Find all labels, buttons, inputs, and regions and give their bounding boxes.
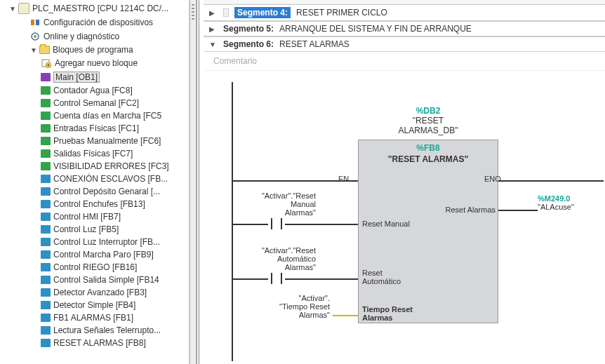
tree-block-item[interactable]: Pruebas Manualmente [FC6] [0, 135, 189, 147]
pin-in3a: Tiempo Reset [362, 305, 432, 314]
tree-block-item[interactable]: Control Depósito Genaral [... [0, 185, 189, 198]
db-address: %DB2 [358, 106, 498, 116]
pin-in2a: Reset [362, 269, 425, 277]
fc-block-icon [41, 112, 51, 120]
tree-block-item[interactable]: Control Luz Interruptor [FB... [0, 236, 189, 248]
fb-block-icon [41, 238, 51, 246]
editor-panel: ▶ Segmento 4: RESET PRIMER CICLO ▶ Segme… [204, 0, 605, 364]
chevron-right-icon[interactable]: ▶ [209, 25, 218, 33]
tree-block-item[interactable]: FB1 ALARMAS [FB1] [0, 311, 189, 324]
chevron-down-icon[interactable]: ▼ [29, 46, 38, 54]
pin-in1: Reset Manual [362, 220, 425, 228]
tree-block-item[interactable]: Detector Simple [FB4] [0, 299, 189, 311]
fb-block-icon [41, 225, 51, 234]
tree-block-label: Control Depósito Genaral [... [53, 187, 160, 196]
wire-en [233, 180, 358, 182]
cpu-icon [18, 3, 29, 14]
chevron-right-icon[interactable]: ▶ [209, 9, 218, 17]
tree-block-item[interactable]: VISIBILIDAD ERRORES [FC3] [0, 160, 189, 173]
tag-in3-l2: "Tiempo Reset [260, 302, 330, 311]
tree-device-config[interactable]: Configuración de dispositivos [0, 15, 189, 29]
fc-block-icon [41, 162, 51, 170]
tree-block-item[interactable]: Salidas Físicas [FC7] [0, 147, 189, 160]
tree-block-item[interactable]: Main [OB1] [0, 70, 189, 84]
tree-block-item[interactable]: Control Salida Simple [FB14 [0, 274, 189, 286]
fc-block-icon [41, 149, 51, 158]
segment-5-header[interactable]: ▶ Segmento 5: ARRANQUE DEL SISTEMA Y FIN… [204, 21, 605, 36]
chevron-down-icon[interactable]: ▼ [8, 5, 17, 13]
tree-block-item[interactable]: Control HMI [FB7] [0, 210, 189, 223]
segment-4-header[interactable]: ▶ Segmento 4: RESET PRIMER CICLO [204, 4, 605, 21]
tree-block-item[interactable]: Contador Agua [FC8] [0, 84, 189, 97]
contact-in1[interactable] [268, 218, 285, 229]
tree-block-label: Detector Avanzado [FB3] [53, 288, 147, 297]
tree-block-item[interactable]: CONEXIÓN ESCLAVOS [FB... [0, 173, 189, 185]
fb-block-icon [41, 175, 51, 183]
panel-gutter [197, 0, 204, 364]
fb-block-icon [41, 250, 51, 259]
wire-out1 [498, 210, 533, 211]
tree-block-label: Control RIEGO [FB16] [53, 262, 137, 272]
tree-block-label: Control Marcha Paro [FB9] [53, 250, 154, 259]
tree-block-label: Cuenta días en Marcha [FC5 [53, 111, 161, 121]
db-name-line2: ALARMAS_DB" [358, 126, 498, 135]
tree-block-label: RESET ALARMAS [FB8] [53, 338, 146, 348]
tree-block-item[interactable]: Control Enchufes [FB13] [0, 198, 189, 210]
fc-block-icon [41, 137, 51, 145]
segment-comment[interactable]: Comentario [204, 52, 605, 71]
tree-block-item[interactable]: Control Marcha Paro [FB9] [0, 248, 189, 261]
pin-in2b: Automático [362, 277, 425, 285]
tree-block-label: Salidas Físicas [FC7] [53, 149, 133, 159]
tree-block-label: Entradas Físicas [FC1] [53, 123, 139, 133]
fb-call-block[interactable]: %DB2 "RESET ALARMAS_DB" %FB8 "RESET ALAR… [358, 106, 498, 323]
svg-point-3 [34, 35, 36, 38]
fb-address: %FB8 [363, 143, 493, 153]
contact-in2[interactable] [268, 273, 285, 284]
vertical-splitter[interactable] [190, 0, 197, 364]
svg-rect-1 [36, 20, 39, 25]
tree-block-item[interactable]: RESET ALARMAS [FB8] [0, 337, 189, 349]
fb-block-icon [41, 301, 51, 309]
tree-add-block[interactable]: Agregar nuevo bloque [0, 56, 189, 70]
fb-name: "RESET ALARMAS" [363, 153, 493, 168]
wire-in1-left [233, 224, 268, 225]
fb-block-icon [41, 276, 51, 284]
tree-blocks-folder[interactable]: ▼ Bloques de programa [0, 43, 189, 56]
fb-block-icon [41, 263, 51, 271]
tree-online[interactable]: Online y diagnóstico [0, 29, 189, 43]
pin-en: EN [338, 175, 349, 183]
fc-block-icon [41, 99, 51, 107]
ladder-network[interactable]: %DB2 "RESET ALARMAS_DB" %FB8 "RESET ALAR… [204, 71, 605, 364]
fb-block-icon [41, 187, 51, 196]
power-rail [232, 82, 233, 361]
tree-block-label: FB1 ALARMAS [FB1] [53, 313, 133, 323]
segment-marker-icon [223, 8, 229, 17]
tree-root[interactable]: ▼ PLC_MAESTRO [CPU 1214C DC/... [0, 1, 189, 15]
tree-block-item[interactable]: Control Semanal [FC2] [0, 97, 189, 109]
tag-in1-l1: "Activar"."Reset [246, 191, 316, 200]
tree-block-item[interactable]: Entradas Físicas [FC1] [0, 122, 189, 135]
segment-6-header[interactable]: ▼ Segmento 6: RESET ALARMAS [204, 36, 605, 52]
wire-eno [498, 180, 604, 182]
tree-block-item[interactable]: Control RIEGO [FB16] [0, 261, 189, 274]
tag-out-sym: "ALAcuse" [538, 203, 574, 211]
tree-block-item[interactable]: Detector Avanzado [FB3] [0, 286, 189, 299]
tag-in1-l3: Alarmas" [246, 208, 316, 217]
tag-in2-l3: Alarmas" [246, 263, 316, 271]
folder-icon [39, 46, 50, 54]
tag-out-addr: %M249.0 [538, 194, 574, 203]
tree-block-label: Control Enchufes [FB13] [53, 199, 145, 209]
chevron-down-icon[interactable]: ▼ [209, 41, 218, 48]
pin-eno: ENO [484, 175, 501, 183]
db-name-line1: "RESET [358, 116, 498, 126]
tree-block-item[interactable]: Cuenta días en Marcha [FC5 [0, 109, 189, 122]
fb-block-icon [41, 200, 51, 208]
segment-5-label: Segmento 5: [223, 24, 274, 34]
tree-block-item[interactable]: Lectura Señales Telerrupto... [0, 324, 189, 337]
ob-block-icon [41, 73, 51, 81]
tag-in2-l2: Automático [246, 255, 316, 263]
tree-block-item[interactable]: Control Luz [FB5] [0, 223, 189, 236]
tree-block-label: Control HMI [FB7] [53, 212, 121, 222]
tree-block-label: Control Salida Simple [FB14 [53, 275, 159, 285]
tree-block-label: Control Luz Interruptor [FB... [53, 237, 160, 247]
